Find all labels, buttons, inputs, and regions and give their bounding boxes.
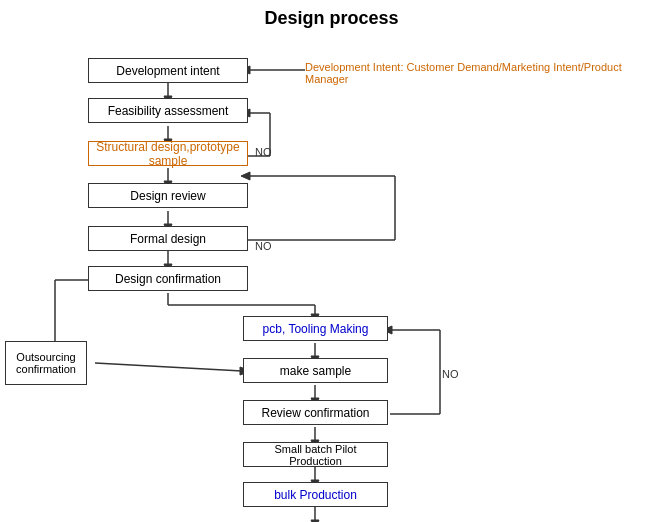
bulk-production-box: bulk Production xyxy=(243,482,388,507)
outsourcing-confirmation-box: Outsourcing confirmation xyxy=(5,341,87,385)
pcb-tooling-box: pcb, Tooling Making xyxy=(243,316,388,341)
make-sample-box: make sample xyxy=(243,358,388,383)
development-intent-box: Development intent xyxy=(88,58,248,83)
page-title: Design process xyxy=(0,0,663,33)
intent-description-label: Development Intent: Customer Demand/Mark… xyxy=(305,61,660,85)
formal-design-box: Formal design xyxy=(88,226,248,251)
svg-marker-31 xyxy=(241,172,250,180)
no-label-3: NO xyxy=(442,368,459,380)
small-batch-box: Small batch Pilot Production xyxy=(243,442,388,467)
design-confirmation-box: Design confirmation xyxy=(88,266,248,291)
no-label-2: NO xyxy=(255,240,272,252)
svg-line-38 xyxy=(95,363,242,371)
feasibility-assessment-box: Feasibility assessment xyxy=(88,98,248,123)
design-review-box: Design review xyxy=(88,183,248,208)
structural-design-box: Structural design,prototype sample xyxy=(88,141,248,166)
no-label-1: NO xyxy=(255,146,272,158)
review-confirmation-box: Review confirmation xyxy=(243,400,388,425)
